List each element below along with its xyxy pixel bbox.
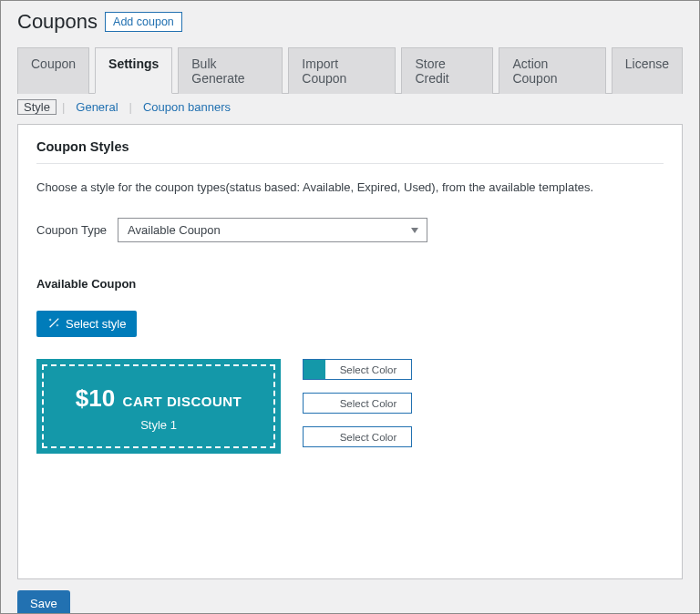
tab-store-credit[interactable]: Store Credit bbox=[401, 47, 493, 94]
subtab-coupon-banners[interactable]: Coupon banners bbox=[138, 100, 236, 114]
color-picker-column: Select Color Select Color Select Color bbox=[303, 359, 412, 447]
settings-panel: Coupon Styles Choose a style for the cou… bbox=[17, 124, 683, 579]
color-picker-3[interactable]: Select Color bbox=[303, 426, 412, 447]
add-coupon-button[interactable]: Add coupon bbox=[105, 12, 182, 32]
color-swatch-2 bbox=[304, 394, 325, 413]
panel-description: Choose a style for the coupon types(stat… bbox=[36, 180, 664, 194]
available-coupon-heading: Available Coupon bbox=[36, 277, 664, 291]
color-swatch-3 bbox=[304, 427, 325, 446]
tab-settings[interactable]: Settings bbox=[95, 47, 172, 94]
select-style-label: Select style bbox=[66, 317, 126, 331]
color-picker-label: Select Color bbox=[325, 364, 411, 375]
coupon-type-select-wrap[interactable]: Available Coupon bbox=[118, 218, 427, 242]
coupon-preview-inner: $10 CART DISCOUNT Style 1 bbox=[42, 364, 275, 448]
coupon-amount: $10 bbox=[76, 384, 115, 412]
coupon-type-label: Coupon Type bbox=[36, 223, 107, 237]
wand-icon bbox=[47, 316, 60, 332]
main-tabs: Coupon Settings Bulk Generate Import Cou… bbox=[17, 46, 683, 94]
coupon-discount-label: CART DISCOUNT bbox=[123, 394, 242, 409]
subtab-general[interactable]: General bbox=[70, 100, 123, 114]
preview-row: $10 CART DISCOUNT Style 1 Select Color S… bbox=[36, 359, 664, 454]
tab-import-coupon[interactable]: Import Coupon bbox=[288, 47, 396, 94]
coupon-type-select[interactable]: Available Coupon bbox=[118, 218, 427, 242]
separator: | bbox=[62, 100, 65, 114]
page-header: Coupons Add coupon bbox=[17, 10, 683, 34]
subtab-style[interactable]: Style bbox=[17, 99, 57, 115]
coupon-text-line: $10 CART DISCOUNT bbox=[53, 384, 264, 413]
select-style-button[interactable]: Select style bbox=[36, 311, 137, 337]
color-picker-2[interactable]: Select Color bbox=[303, 393, 412, 414]
tab-action-coupon[interactable]: Action Coupon bbox=[499, 47, 605, 94]
footer: Save bbox=[17, 590, 683, 614]
coupon-type-row: Coupon Type Available Coupon bbox=[36, 218, 664, 242]
color-swatch-1 bbox=[304, 360, 325, 379]
color-picker-1[interactable]: Select Color bbox=[303, 359, 412, 380]
panel-heading: Coupon Styles bbox=[36, 139, 664, 164]
coupon-preview-card: $10 CART DISCOUNT Style 1 bbox=[36, 359, 281, 454]
coupon-style-name: Style 1 bbox=[53, 418, 264, 432]
separator: | bbox=[129, 100, 132, 114]
tab-bulk-generate[interactable]: Bulk Generate bbox=[178, 47, 283, 94]
save-button[interactable]: Save bbox=[17, 590, 70, 614]
tab-coupon[interactable]: Coupon bbox=[17, 47, 89, 94]
color-picker-label: Select Color bbox=[325, 432, 411, 443]
color-picker-label: Select Color bbox=[325, 398, 411, 409]
sub-tabs: Style | General | Coupon banners bbox=[17, 94, 683, 124]
page-title: Coupons bbox=[17, 10, 98, 34]
tab-license[interactable]: License bbox=[612, 47, 683, 94]
